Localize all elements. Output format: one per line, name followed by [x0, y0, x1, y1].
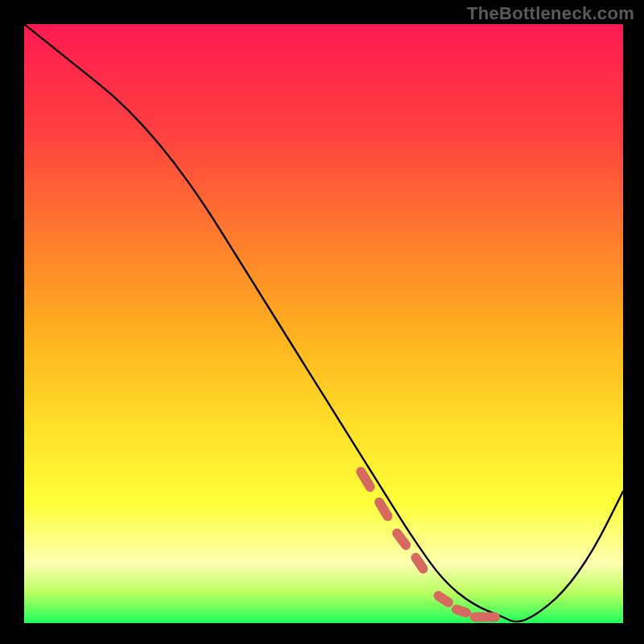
- chart-frame: TheBottleneck.com: [0, 0, 644, 644]
- plot-area: [24, 24, 623, 623]
- highlight-dash: [439, 596, 448, 602]
- chart-svg: [24, 24, 623, 623]
- chart-background: [24, 24, 623, 623]
- highlight-dash: [415, 558, 423, 569]
- highlight-dash: [456, 609, 466, 613]
- watermark-label: TheBottleneck.com: [467, 3, 634, 24]
